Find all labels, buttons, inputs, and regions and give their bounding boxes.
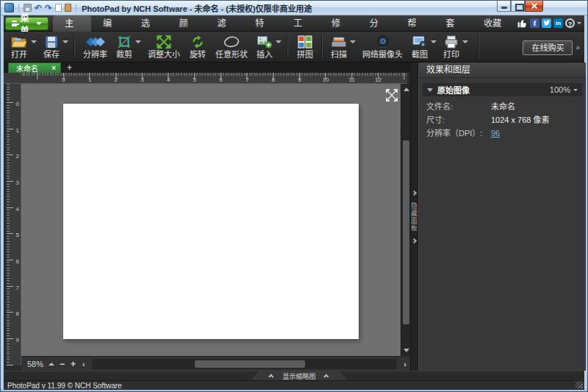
app-area: 菜单 主页 编辑 选择 颜色 滤镜 特效 工具 修饰 分享 帮助 套件 收藏夹 … [4, 15, 584, 388]
zoom-menu-icon[interactable] [49, 363, 54, 366]
chevron-down-icon[interactable] [462, 40, 468, 43]
dpi-value-link[interactable]: 96 [491, 128, 500, 138]
collage-icon [298, 35, 312, 49]
rotate-button[interactable]: 旋转 [185, 33, 210, 60]
copy-icon[interactable] [55, 4, 62, 12]
document-tab[interactable]: 未命名 × [8, 63, 61, 73]
twitter-icon[interactable] [542, 18, 551, 28]
scroll-down-icon[interactable] [404, 349, 409, 352]
toolbar-separator [74, 35, 75, 58]
paste-icon[interactable] [65, 4, 71, 12]
fullscreen-icon[interactable] [384, 89, 399, 101]
toolbar-separator [478, 35, 479, 58]
canvas-area[interactable] [21, 84, 401, 356]
tab-favorites[interactable]: 收藏夹 [472, 15, 517, 32]
hamburger-icon [12, 21, 17, 26]
original-image-section[interactable]: 原始图像 100% [423, 83, 582, 96]
title-bar: ↶ ↷ PhotoPad by NCH Software - 未命名 - (未授… [1, 1, 587, 15]
filename-value: 未命名 [491, 101, 515, 112]
horizontal-scrollbar-thumb[interactable] [195, 360, 305, 368]
zoom-in-button[interactable]: + [68, 357, 79, 371]
tab-edit[interactable]: 编辑 [91, 15, 129, 32]
horizontal-scrollbar[interactable] [92, 359, 398, 369]
tab-retouch[interactable]: 修饰 [320, 15, 358, 32]
ruler-corner [4, 73, 21, 84]
maximize-button[interactable] [511, 1, 525, 12]
screenshot-button[interactable]: 截图 [408, 33, 438, 60]
window-title: PhotoPad by NCH Software - 未命名 - (未授权)仅限… [82, 2, 312, 14]
rotate-icon [190, 35, 205, 49]
resize-button[interactable]: 调整大小 [144, 33, 184, 60]
hide-panel-strip[interactable]: 隐藏面板 [410, 63, 418, 371]
version-text: PhotoPad v 11.99 © NCH Software [4, 382, 122, 390]
open-folder-icon [10, 35, 28, 49]
app-icon[interactable] [4, 3, 14, 13]
chevron-up-icon [269, 374, 274, 379]
tab-filter[interactable]: 滤镜 [206, 15, 244, 32]
tab-tools[interactable]: 工具 [282, 15, 320, 32]
chevron-down-icon[interactable] [350, 40, 356, 43]
status-bar: PhotoPad v 11.99 © NCH Software [4, 380, 584, 390]
menu-button[interactable]: 菜单 [5, 17, 49, 30]
crop-button[interactable]: 裁剪 [112, 33, 143, 60]
dpi-row: 分辨率（DPI）: 96 [419, 126, 586, 140]
redo-icon[interactable]: ↷ [45, 4, 52, 13]
chevron-down-icon[interactable] [62, 40, 68, 43]
close-tab-icon[interactable]: × [51, 65, 56, 72]
help-icon[interactable]: ? [565, 18, 575, 28]
zoom-bar: 58% − + ‹ › [21, 356, 410, 371]
scroll-up-icon[interactable] [404, 88, 409, 91]
vertical-scrollbar-thumb[interactable] [403, 140, 409, 324]
chevron-down-icon[interactable] [31, 40, 37, 43]
minimize-button[interactable] [497, 1, 511, 12]
tab-color[interactable]: 颜色 [168, 15, 206, 32]
toolbar-overflow-icon[interactable]: » [574, 43, 581, 51]
freeform-button[interactable]: 任意形状 [212, 33, 251, 60]
webcam-button[interactable]: 网络摄像头 [359, 33, 406, 60]
tab-share[interactable]: 分享 [358, 15, 396, 32]
horizontal-ruler: 0123456789101112 [21, 73, 407, 84]
menu-bar: 菜单 主页 编辑 选择 颜色 滤镜 特效 工具 修饰 分享 帮助 套件 收藏夹 … [4, 15, 584, 32]
chevron-down-icon[interactable] [431, 40, 437, 43]
tab-home[interactable]: 主页 [53, 15, 91, 32]
tab-suite[interactable]: 套件 [434, 15, 472, 32]
screenshot-icon [412, 35, 427, 49]
collapse-icon [427, 88, 433, 92]
chevron-down-icon[interactable] [276, 40, 282, 43]
scroll-left-icon[interactable]: ‹ [79, 360, 89, 368]
toolbar-separator [287, 35, 288, 58]
layer-opacity-dropdown[interactable]: 100% [550, 85, 578, 94]
print-button[interactable]: 打印 [440, 33, 470, 60]
insert-image-icon [257, 35, 273, 49]
close-button[interactable] [525, 1, 543, 12]
new-tab-button[interactable]: + [61, 63, 78, 73]
scroll-right-icon[interactable]: › [400, 360, 410, 368]
chevron-down-icon[interactable] [135, 40, 141, 43]
divider [76, 4, 76, 13]
scan-button[interactable]: 扫描 [327, 33, 357, 60]
facebook-icon[interactable]: f [530, 18, 539, 28]
save-button[interactable]: 保存 [40, 33, 70, 60]
tab-select[interactable]: 选择 [129, 15, 168, 32]
thumbs-up-icon[interactable] [517, 18, 528, 28]
chevron-down-icon[interactable] [577, 22, 581, 24]
zoom-level[interactable]: 58% [21, 360, 46, 368]
resolution-button[interactable]: 分辨率 [79, 33, 111, 60]
size-value: 1024 x 768 像素 [491, 115, 550, 125]
collage-button[interactable]: 拼图 [293, 33, 318, 60]
open-button[interactable]: 打开 [7, 33, 38, 60]
tab-help[interactable]: 帮助 [396, 15, 434, 32]
filename-row: 文件名: 未命名 [419, 100, 586, 113]
linkedin-icon[interactable]: in [553, 18, 563, 28]
insert-button[interactable]: 插入 [253, 33, 283, 60]
window-controls [497, 1, 543, 12]
zoom-out-button[interactable]: − [57, 357, 68, 371]
tab-effects[interactable]: 特效 [243, 15, 282, 32]
webcam-icon [376, 35, 390, 49]
document-tab-bar: 未命名 × + [4, 63, 410, 73]
buy-online-button[interactable]: 在线购买 [523, 40, 573, 55]
chevron-up-icon [323, 374, 329, 379]
resize-grip-icon[interactable] [576, 381, 583, 388]
undo-icon[interactable]: ↶ [35, 4, 42, 13]
chevron-right-icon [412, 238, 417, 243]
